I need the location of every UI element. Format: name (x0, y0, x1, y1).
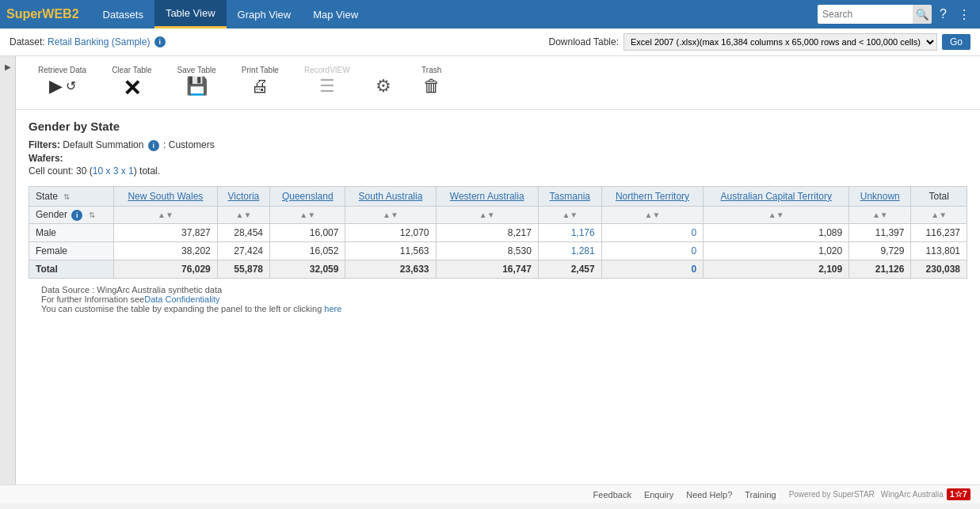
qld-sort[interactable]: ▲▼ (270, 206, 345, 223)
cell-count-prefix: Cell count: 30 ( (29, 165, 93, 177)
nav-table-view[interactable]: Table View (154, 0, 227, 28)
nt-sort[interactable]: ▲▼ (601, 206, 704, 223)
toolbar-print-table[interactable]: Print Table 🖨 (229, 63, 292, 98)
cell-count-suffix: ) total. (134, 165, 160, 177)
filters-suffix: : Customers (163, 139, 215, 150)
trash-label: Trash (421, 66, 441, 74)
enquiry-link[interactable]: Enquiry (644, 490, 673, 500)
total-sort-icon[interactable]: ▲▼ (931, 211, 947, 219)
total-sort[interactable]: ▲▼ (911, 206, 967, 223)
go-button[interactable]: Go (942, 34, 970, 50)
search-button[interactable]: 🔍 (913, 5, 932, 24)
tas-sort[interactable]: ▲▼ (538, 206, 601, 223)
download-format-select[interactable]: Excel 2007 (.xlsx)(max 16,384 columns x … (623, 33, 937, 51)
col-header-nt[interactable]: Northern Territory (601, 186, 704, 206)
here-link[interactable]: here (324, 304, 341, 313)
toolbar-trash[interactable]: Trash 🗑 (404, 63, 459, 98)
gender-sort-icon[interactable]: ⇅ (89, 211, 95, 219)
nsw-link[interactable]: New South Wales (128, 191, 203, 202)
top-nav-right: 🔍 ? ⋮ (818, 4, 974, 25)
table-row-total: Total 76,029 55,878 32,059 23,633 16,747… (29, 260, 967, 278)
dataset-name[interactable]: Retail Banking (Sample) (48, 36, 150, 47)
vic-sort-icon[interactable]: ▲▼ (236, 211, 252, 219)
col-header-tas[interactable]: Tasmania (538, 186, 601, 206)
need-help-link[interactable]: Need Help? (686, 490, 732, 500)
feedback-link[interactable]: Feedback (593, 490, 631, 500)
nav-datasets[interactable]: Datasets (92, 0, 154, 28)
nsw-sort[interactable]: ▲▼ (114, 206, 218, 223)
nav-map-view[interactable]: Map View (302, 0, 369, 28)
retrieve-data-label: Retrieve Data (38, 66, 86, 74)
toolbar-retrieve-data[interactable]: Retrieve Data ▶ ↺ (25, 63, 99, 98)
act-sort-icon[interactable]: ▲▼ (768, 211, 784, 219)
toolbar-clear-table[interactable]: Clear Table ✕ (99, 63, 164, 103)
gender-info-icon[interactable]: i (71, 210, 82, 221)
sa-sort[interactable]: ▲▼ (345, 206, 436, 223)
total-tas: 2,457 (538, 260, 601, 278)
total-nsw: 76,029 (114, 260, 218, 278)
gender-header: Gender i ⇅ (29, 206, 114, 223)
unknown-link[interactable]: Unknown (860, 191, 900, 202)
col-header-wa[interactable]: Western Australia (436, 186, 538, 206)
female-unknown: 9,729 (849, 241, 911, 260)
total-total: 230,038 (911, 260, 967, 278)
powered-by-text: Powered by SuperSTAR (789, 490, 875, 499)
sa-sort-icon[interactable]: ▲▼ (383, 211, 398, 219)
vic-link[interactable]: Victoria (228, 191, 260, 202)
nav-graph-view[interactable]: Graph View (227, 0, 303, 28)
dataset-info-icon[interactable]: i (154, 36, 166, 47)
qld-sort-icon[interactable]: ▲▼ (299, 211, 315, 219)
total-vic: 55,878 (217, 260, 269, 278)
list-icon: ☰ (319, 78, 335, 95)
wa-link[interactable]: Western Australia (450, 191, 524, 202)
nt-link[interactable]: Northern Territory (616, 191, 689, 202)
main-content: ▶ Retrieve Data ▶ ↺ Clear Table ✕ Save T… (0, 56, 980, 484)
tas-link[interactable]: Tasmania (550, 191, 590, 202)
search-box: 🔍 (818, 5, 932, 24)
sa-link[interactable]: South Australia (359, 191, 423, 202)
wa-sort[interactable]: ▲▼ (436, 206, 538, 223)
download-bar: Download Table: Excel 2007 (.xlsx)(max 1… (548, 33, 970, 51)
unknown-sort-icon[interactable]: ▲▼ (872, 211, 888, 219)
vic-sort[interactable]: ▲▼ (217, 206, 269, 223)
search-input[interactable] (818, 5, 913, 24)
table-row: Male 37,827 28,454 16,007 12,070 8,217 1… (29, 223, 967, 241)
wafers-line: Wafers: (29, 153, 967, 164)
menu-button[interactable]: ⋮ (955, 4, 974, 25)
col-header-unknown[interactable]: Unknown (849, 186, 911, 206)
filters-info-icon[interactable]: i (148, 140, 159, 151)
gender-label: Gender (36, 209, 67, 220)
total-sa: 23,633 (345, 260, 436, 278)
male-act: 1,089 (704, 223, 849, 241)
table-section: Gender by State Filters: Default Summati… (16, 110, 980, 329)
download-label: Download Table: (548, 36, 619, 47)
col-header-nsw[interactable]: New South Wales (114, 186, 218, 206)
nt-sort-icon[interactable]: ▲▼ (645, 211, 661, 219)
data-confidentiality-link[interactable]: Data Confidentiality (144, 294, 219, 304)
nsw-sort-icon[interactable]: ▲▼ (158, 211, 174, 219)
unknown-sort[interactable]: ▲▼ (849, 206, 911, 223)
wafers-label: Wafers: (29, 153, 63, 164)
female-label: Female (29, 241, 114, 260)
act-sort[interactable]: ▲▼ (704, 206, 849, 223)
col-header-vic[interactable]: Victoria (217, 186, 269, 206)
star-logo: 1☆7 (947, 488, 970, 500)
content-area: Retrieve Data ▶ ↺ Clear Table ✕ Save Tab… (16, 56, 980, 484)
tas-sort-icon[interactable]: ▲▼ (562, 211, 578, 219)
col-header-qld[interactable]: Queensland (270, 186, 345, 206)
state-sort-icon[interactable]: ⇅ (63, 192, 70, 201)
act-link[interactable]: Australian Capital Territory (720, 191, 832, 202)
wa-sort-icon[interactable]: ▲▼ (479, 211, 495, 219)
toolbar-settings[interactable]: ⚙︎ (363, 63, 404, 98)
table-row: Female 38,202 27,424 16,052 11,563 8,530… (29, 241, 967, 260)
qld-link[interactable]: Queensland (282, 191, 334, 202)
cell-count-link[interactable]: 10 x 3 x 1 (93, 165, 134, 177)
help-button[interactable]: ? (936, 4, 950, 25)
col-header-act[interactable]: Australian Capital Territory (704, 186, 849, 206)
training-link[interactable]: Training (745, 490, 776, 500)
left-panel-toggle[interactable]: ▶ (0, 56, 16, 484)
brand-super: Super (6, 7, 42, 21)
male-total: 116,237 (911, 223, 967, 241)
toolbar-save-table[interactable]: Save Table 💾 (165, 63, 229, 98)
col-header-sa[interactable]: South Australia (345, 186, 436, 206)
